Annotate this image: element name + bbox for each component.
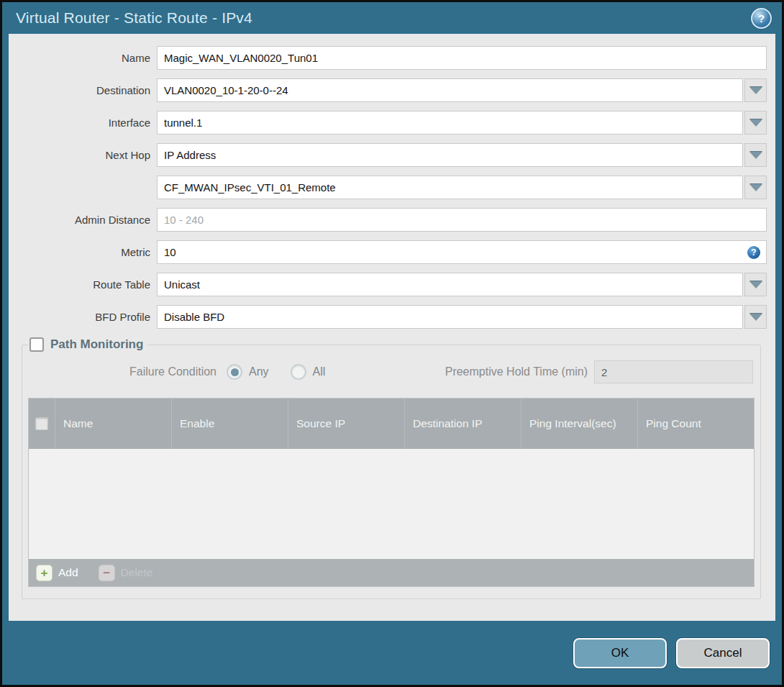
failure-condition-label: Failure Condition: [28, 365, 216, 378]
failure-condition-any-radio[interactable]: [227, 364, 242, 380]
form-row-metric: Metric ?: [9, 240, 767, 264]
next-hop-field-wrap: [157, 143, 767, 167]
destination-label: Destination: [9, 84, 157, 96]
next-hop-address-field-wrap: [157, 176, 767, 199]
metric-field-wrap: ?: [157, 240, 767, 264]
table-body-empty: [29, 449, 754, 559]
bfd-profile-input[interactable]: [157, 305, 743, 329]
form-row-bfd-profile: BFD Profile: [9, 305, 767, 329]
table-header-row: Name Enable Source IP Destination IP Pin…: [29, 399, 754, 449]
chevron-down-icon: [749, 281, 762, 288]
interface-label: Interface: [9, 117, 157, 129]
name-label: Name: [9, 52, 157, 64]
table-toolbar: + Add − Delete: [29, 559, 754, 586]
minus-icon: −: [99, 565, 115, 581]
admin-distance-label: Admin Distance: [9, 214, 157, 226]
add-button-label: Add: [58, 566, 78, 579]
route-table-dropdown-button[interactable]: [744, 273, 767, 296]
form-row-next-hop-address: [9, 176, 767, 199]
path-monitoring-table: Name Enable Source IP Destination IP Pin…: [28, 398, 755, 587]
dialog-title: Virtual Router - Static Route - IPv4: [16, 9, 252, 27]
table-header-enable[interactable]: Enable: [171, 399, 288, 449]
chevron-down-icon: [749, 314, 762, 321]
failure-condition-row: Failure Condition Any All Preemptive Hol…: [28, 360, 755, 383]
preemptive-hold-time-label: Preemptive Hold Time (min): [445, 365, 588, 378]
path-monitoring-checkbox[interactable]: [29, 337, 44, 352]
path-monitoring-section: Path Monitoring Failure Condition Any Al…: [22, 337, 761, 599]
failure-condition-any-label: Any: [249, 365, 269, 378]
table-header-ping-count[interactable]: Ping Count: [637, 399, 754, 449]
form-row-next-hop: Next Hop: [9, 143, 767, 167]
chevron-down-icon: [749, 184, 762, 191]
path-monitoring-label: Path Monitoring: [50, 337, 143, 352]
route-table-label: Route Table: [9, 278, 157, 291]
admin-distance-field-wrap: [157, 208, 767, 232]
destination-dropdown-button[interactable]: [744, 78, 767, 102]
destination-field-wrap: [157, 78, 767, 102]
name-input[interactable]: [157, 46, 767, 70]
delete-button[interactable]: − Delete: [99, 565, 153, 581]
bfd-profile-dropdown-button[interactable]: [744, 305, 767, 329]
table-header-name[interactable]: Name: [55, 399, 171, 449]
interface-dropdown-button[interactable]: [744, 111, 767, 135]
help-icon[interactable]: ?: [751, 8, 772, 29]
destination-input[interactable]: [157, 78, 743, 102]
delete-button-label: Delete: [121, 566, 153, 579]
next-hop-label: Next Hop: [9, 149, 157, 161]
route-table-input[interactable]: [157, 273, 743, 296]
plus-icon: +: [36, 565, 53, 581]
next-hop-dropdown-button[interactable]: [744, 143, 767, 167]
form-row-route-table: Route Table: [9, 273, 767, 296]
interface-input[interactable]: [157, 111, 743, 135]
metric-input[interactable]: [157, 240, 767, 264]
metric-help-icon[interactable]: ?: [747, 246, 760, 259]
ok-button[interactable]: OK: [573, 638, 667, 668]
failure-condition-all-label: All: [313, 365, 326, 378]
preemptive-hold-time-input[interactable]: [594, 360, 753, 383]
radio-dot: [294, 368, 302, 376]
bfd-profile-field-wrap: [157, 305, 767, 329]
route-table-field-wrap: [157, 273, 767, 296]
static-route-dialog: Virtual Router - Static Route - IPv4 ? N…: [0, 0, 784, 687]
table-header-destination-ip[interactable]: Destination IP: [404, 399, 521, 449]
failure-condition-all-radio[interactable]: [291, 364, 306, 380]
next-hop-address-dropdown-button[interactable]: [744, 176, 767, 199]
select-all-checkbox[interactable]: [35, 417, 48, 430]
dialog-footer: OK Cancel: [2, 621, 782, 685]
bfd-profile-label: BFD Profile: [9, 311, 157, 323]
path-monitoring-legend: Path Monitoring: [28, 337, 147, 352]
metric-label: Metric: [9, 246, 157, 258]
table-header-select-all[interactable]: [29, 399, 55, 449]
cancel-button[interactable]: Cancel: [676, 638, 770, 668]
form-row-destination: Destination: [9, 78, 767, 102]
dialog-titlebar: Virtual Router - Static Route - IPv4 ?: [2, 2, 782, 34]
add-button[interactable]: + Add: [36, 565, 78, 581]
table-header-source-ip[interactable]: Source IP: [288, 399, 404, 449]
radio-dot: [231, 368, 239, 376]
interface-field-wrap: [157, 111, 767, 135]
form-row-interface: Interface: [9, 111, 767, 135]
admin-distance-input[interactable]: [157, 208, 767, 232]
form-row-name: Name: [9, 46, 767, 70]
form-row-admin-distance: Admin Distance: [9, 208, 767, 232]
dialog-body: Name Destination Interface: [9, 34, 775, 621]
chevron-down-icon: [749, 119, 762, 127]
chevron-down-icon: [749, 87, 762, 94]
next-hop-type-input[interactable]: [157, 143, 743, 167]
name-field-wrap: [157, 46, 767, 70]
chevron-down-icon: [749, 152, 762, 159]
next-hop-address-input[interactable]: [157, 176, 743, 199]
table-header-ping-interval[interactable]: Ping Interval(sec): [521, 399, 637, 449]
